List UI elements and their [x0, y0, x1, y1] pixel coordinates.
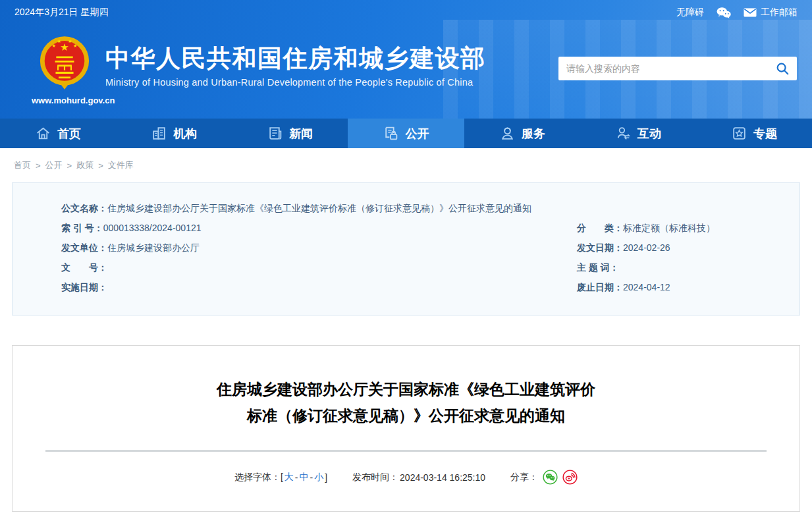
doc-index-row: 索 引 号：000013338/2024-00121 [61, 218, 577, 238]
breadcrumb-separator: > [36, 161, 41, 171]
topics-icon [731, 125, 747, 142]
doc-issuer-label: 发文单位： [61, 242, 107, 253]
search-icon [775, 61, 790, 76]
news-icon [267, 125, 283, 142]
site-title-en: Ministry of Housing and Urban-Rural Deve… [105, 77, 486, 88]
breadcrumb-home[interactable]: 首页 [14, 159, 31, 171]
site-title-cn: 中华人民共和国住房和城乡建设部 [105, 45, 486, 72]
breadcrumb-library: 文件库 [108, 159, 134, 171]
nav-item-service[interactable]: 服务 [464, 119, 580, 148]
document-info-box: 公文名称：住房城乡建设部办公厅关于国家标准《绿色工业建筑评价标准（修订征求意见稿… [12, 182, 800, 315]
national-emblem-icon: ★ ★ ★ ★ ★ [40, 34, 90, 92]
doc-name-row: 公文名称：住房城乡建设部办公厅关于国家标准《绿色工业建筑评价标准（修订征求意见稿… [61, 198, 786, 218]
home-icon [35, 125, 51, 142]
breadcrumb: 首页 > 公开 > 政策 > 文件库 [0, 148, 812, 171]
doc-number-row: 文 号： [61, 258, 577, 277]
breadcrumb-separator: > [67, 161, 72, 171]
share-label: 分享： [510, 472, 538, 483]
nav-label: 互动 [637, 126, 661, 142]
site-titles: 中华人民共和国住房和城乡建设部 Ministry of Housing and … [105, 45, 486, 88]
site-header: 2024年3月21日 星期四 无障碍 工 [0, 0, 812, 119]
font-size-small[interactable]: 小 [314, 472, 323, 483]
nav-label: 机构 [173, 126, 197, 142]
article-title: 住房城乡建设部办公厅关于国家标准《绿色工业建筑评价 标准（修订征求意见稿）》公开… [13, 376, 799, 429]
doc-issue-date-label: 发文日期： [577, 242, 623, 253]
doc-category-label: 分 类： [577, 223, 623, 233]
service-icon [499, 125, 516, 142]
nav-item-home[interactable]: 首页 [0, 119, 116, 148]
publish-time: 发布时间：2024-03-14 16:25:10 [352, 472, 485, 483]
work-email-label: 工作邮箱 [761, 7, 798, 18]
nav-label: 首页 [57, 126, 81, 142]
font-select-prefix: 选择字体：[ [234, 472, 283, 483]
doc-name-label: 公文名称： [61, 203, 107, 213]
doc-repeal-date-value: 2024-04-12 [623, 282, 670, 292]
site-logo: ★ ★ ★ ★ ★ www.mohurd.gov.cn [32, 34, 97, 105]
current-date: 2024年3月21日 星期四 [14, 7, 108, 18]
doc-issue-date-value: 2024-02-26 [623, 242, 670, 253]
title-divider [45, 450, 767, 452]
organization-icon [151, 125, 167, 142]
nav-label: 服务 [522, 126, 545, 142]
nav-item-topics[interactable]: 专题 [696, 119, 812, 148]
font-size-large[interactable]: 大 [284, 472, 294, 483]
doc-name-value: 住房城乡建设部办公厅关于国家标准《绿色工业建筑评价标准（修订征求意见稿）》公开征… [107, 203, 531, 213]
nav-item-news[interactable]: 新闻 [232, 119, 348, 148]
doc-repeal-date-row: 废止日期：2024-04-12 [577, 277, 786, 297]
search-input[interactable] [558, 63, 768, 74]
svg-text:★: ★ [57, 38, 61, 44]
doc-index-value: 000013338/2024-00121 [103, 223, 202, 233]
font-select-sep: - [310, 472, 313, 483]
doc-category-row: 分 类：标准定额（标准科技） [577, 218, 786, 238]
wechat-share-icon[interactable] [543, 470, 558, 485]
font-select-suffix: ] [325, 472, 327, 483]
banner: ★ ★ ★ ★ ★ www.mohurd.gov.cn 中华人民共和国住房和城乡… [0, 25, 812, 119]
doc-repeal-date-label: 废止日期： [577, 282, 623, 292]
publish-time-value: 2024-03-14 16:25:10 [400, 472, 485, 483]
interaction-icon [615, 125, 632, 142]
work-email-link[interactable]: 工作邮箱 [744, 7, 798, 18]
doc-index-label: 索 引 号： [61, 223, 103, 233]
doc-effective-date-label: 实施日期： [61, 282, 107, 292]
disclosure-icon [383, 125, 399, 142]
doc-keywords-label: 主 题 词： [577, 262, 619, 273]
article-title-line1: 住房城乡建设部办公厅关于国家标准《绿色工业建筑评价 [13, 376, 799, 402]
accessibility-link[interactable]: 无障碍 [676, 7, 704, 18]
svg-text:★: ★ [73, 43, 77, 49]
nav-item-interaction[interactable]: 互动 [580, 119, 696, 148]
nav-label: 专题 [753, 126, 777, 142]
breadcrumb-disclosure[interactable]: 公开 [45, 159, 63, 171]
topbar: 2024年3月21日 星期四 无障碍 工 [0, 0, 812, 25]
accessibility-label: 无障碍 [676, 7, 704, 18]
svg-text:★: ★ [68, 38, 72, 44]
nav-label: 新闻 [289, 126, 313, 142]
site-url: www.mohurd.gov.cn [32, 96, 97, 105]
article-title-line2: 标准（修订征求意见稿）》公开征求意见的通知 [13, 402, 799, 429]
nav-label: 公开 [405, 126, 429, 142]
doc-category-value: 标准定额（标准科技） [623, 223, 715, 233]
search-button[interactable] [768, 57, 797, 80]
nav-item-organization[interactable]: 机构 [116, 119, 232, 148]
font-select-sep: - [295, 472, 298, 483]
doc-issuer-value: 住房城乡建设部办公厅 [107, 242, 200, 253]
envelope-icon [744, 8, 757, 17]
nav-item-disclosure[interactable]: 公开 [348, 119, 464, 148]
breadcrumb-policy[interactable]: 政策 [76, 159, 94, 171]
article-meta: 选择字体：[大 - 中 - 小] 发布时间：2024-03-14 16:25:1… [13, 470, 799, 485]
doc-keywords-row: 主 题 词： [577, 258, 786, 277]
share-group: 分享： [510, 470, 578, 485]
article-box: 住房城乡建设部办公厅关于国家标准《绿色工业建筑评价 标准（修订征求意见稿）》公开… [12, 345, 800, 512]
weibo-share-icon[interactable] [562, 470, 578, 485]
doc-issue-date-row: 发文日期：2024-02-26 [577, 238, 786, 258]
wechat-icon[interactable] [716, 7, 732, 18]
font-size-medium[interactable]: 中 [300, 472, 309, 483]
doc-number-label: 文 号： [61, 262, 107, 273]
publish-time-label: 发布时间： [352, 472, 398, 483]
doc-issuer-row: 发文单位：住房城乡建设部办公厅 [61, 238, 577, 258]
breadcrumb-separator: > [98, 161, 103, 171]
font-size-selector: 选择字体：[大 - 中 - 小] [234, 472, 327, 483]
svg-text:★: ★ [51, 43, 55, 49]
search-bar [558, 57, 797, 80]
doc-effective-date-row: 实施日期： [61, 277, 577, 297]
main-nav: 首页 机构 新闻 公开 服务 [0, 119, 812, 148]
